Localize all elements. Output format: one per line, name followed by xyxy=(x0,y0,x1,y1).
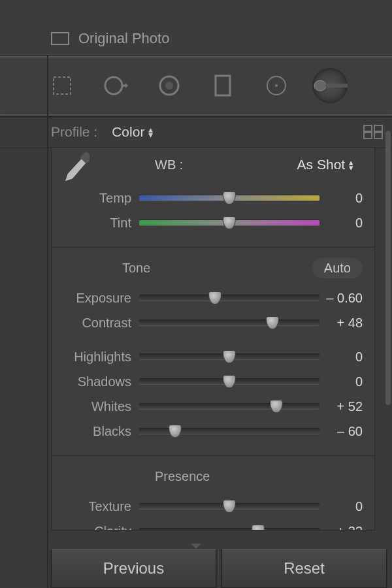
svg-point-7 xyxy=(314,80,326,91)
svg-rect-4 xyxy=(216,76,230,95)
highlights-slider[interactable]: Highlights 0 xyxy=(63,344,363,369)
tone-title: Tone xyxy=(122,261,150,276)
whites-slider[interactable]: Whites + 52 xyxy=(63,394,363,419)
original-photo-label: Original Photo xyxy=(78,30,169,47)
brush-tool[interactable] xyxy=(312,68,348,103)
blacks-slider[interactable]: Blacks – 60 xyxy=(63,419,363,444)
profile-label: Profile : xyxy=(51,124,97,140)
grid-view-icon[interactable] xyxy=(363,125,383,139)
scrollbar[interactable] xyxy=(385,131,391,405)
contrast-slider[interactable]: Contrast + 48 xyxy=(63,310,363,335)
texture-slider[interactable]: Texture 0 xyxy=(63,494,363,519)
svg-rect-8 xyxy=(325,84,348,88)
svg-point-3 xyxy=(165,82,173,90)
header-bar: Original Photo xyxy=(0,0,392,56)
shadows-slider[interactable]: Shadows 0 xyxy=(63,369,363,394)
auto-button[interactable]: Auto xyxy=(312,258,363,278)
temp-slider[interactable]: Temp 0 xyxy=(63,186,363,210)
develop-panels: WB : As Shot ▴▾ Temp 0 Tint 0 Tone Auto … xyxy=(51,147,375,531)
redeye-tool[interactable] xyxy=(152,68,187,103)
clarity-slider[interactable]: Clarity + 33 xyxy=(63,519,363,531)
previous-button[interactable]: Previous xyxy=(51,549,216,588)
reset-button[interactable]: Reset xyxy=(221,549,387,588)
wb-section: WB : As Shot ▴▾ Temp 0 Tint 0 xyxy=(52,148,374,248)
gradient-tool[interactable] xyxy=(205,68,240,103)
radial-tool[interactable] xyxy=(259,68,294,103)
tone-section: Tone Auto Exposure – 0.60 Contrast + 48 … xyxy=(52,248,374,456)
crop-tool[interactable] xyxy=(44,68,80,103)
svg-point-6 xyxy=(275,84,278,87)
original-photo-toggle[interactable]: Original Photo xyxy=(51,30,169,47)
updown-icon: ▴▾ xyxy=(148,127,153,137)
wb-label: WB : xyxy=(155,157,183,172)
tint-slider[interactable]: Tint 0 xyxy=(63,210,363,235)
tool-strip xyxy=(0,56,392,116)
presence-title: Presence xyxy=(155,469,210,484)
svg-point-1 xyxy=(105,77,122,94)
exposure-slider[interactable]: Exposure – 0.60 xyxy=(63,286,363,310)
profile-row[interactable]: Profile : Color ▴▾ xyxy=(0,116,392,148)
profile-value: Color xyxy=(112,124,144,140)
bottom-buttons: Previous Reset xyxy=(51,549,387,588)
collapse-arrow-icon[interactable] xyxy=(191,544,201,549)
spot-tool[interactable] xyxy=(98,68,133,103)
presence-section: Presence Texture 0 Clarity + 33 xyxy=(52,456,374,531)
wb-dropdown[interactable]: As Shot ▴▾ xyxy=(297,157,353,172)
svg-rect-0 xyxy=(54,77,71,94)
checkbox-icon xyxy=(51,32,69,45)
